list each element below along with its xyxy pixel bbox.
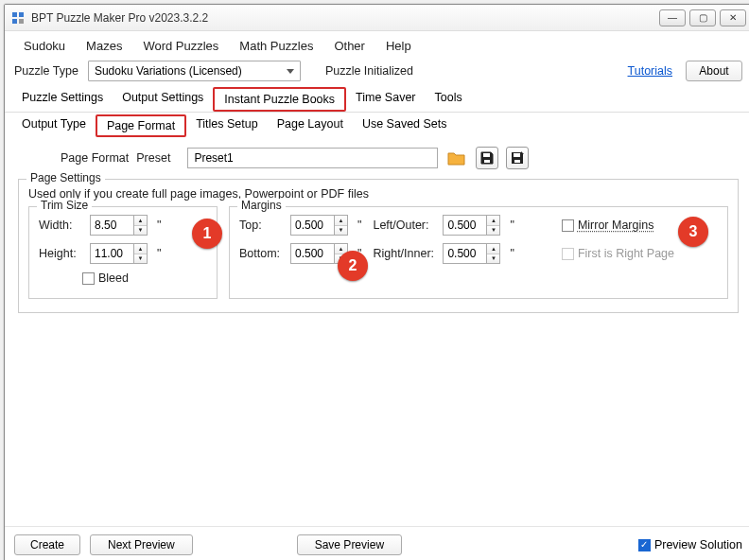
preset-label-2: Preset	[136, 151, 170, 165]
window-controls: — ▢ ✕	[659, 9, 746, 26]
window-title: BPT Puzzle Maker Pro v2023.3.2.2	[31, 11, 659, 25]
menu-sudoku[interactable]: Sudoku	[14, 37, 75, 55]
margins-group: Margins Top: ▲▼ " Left/Outer:	[229, 206, 728, 299]
menu-mazes[interactable]: Mazes	[77, 37, 131, 55]
about-button[interactable]: About	[686, 61, 742, 81]
svg-rect-5	[484, 160, 490, 163]
first-right-page-checkbox: First is Right Page	[562, 247, 674, 260]
tab-time-saver[interactable]: Time Saver	[346, 87, 425, 112]
height-spinner[interactable]: ▲▼	[90, 243, 148, 264]
width-up[interactable]: ▲	[134, 216, 147, 226]
footer-bar: Create Next Preview Save Preview Preview…	[5, 526, 749, 560]
mirror-margins-box	[562, 219, 574, 232]
puzzle-type-select[interactable]: Sudoku Variations (Licensed)	[88, 61, 301, 81]
bottom-input[interactable]	[290, 243, 334, 264]
left-spinner[interactable]: ▲▼	[443, 215, 500, 236]
first-right-page-label: First is Right Page	[578, 247, 674, 260]
content-area: Page Format Preset Page Settings Used on…	[5, 143, 749, 526]
margins-legend: Margins	[237, 199, 286, 212]
preset-label-1: Page Format	[61, 151, 129, 165]
puzzle-type-label: Puzzle Type	[14, 64, 78, 78]
page-settings-legend: Page Settings	[26, 171, 105, 184]
status-label: Puzzle Initialized	[325, 64, 413, 78]
tab-puzzle-settings[interactable]: Puzzle Settings	[12, 87, 113, 112]
width-unit: "	[157, 219, 161, 232]
tab-instant-puzzle-books[interactable]: Instant Puzzle Books	[213, 87, 346, 112]
bleed-label: Bleed	[98, 271, 129, 285]
tabs-row-2: Output Type Page Format Titles Setup Pag…	[5, 113, 749, 143]
annotation-badge-1: 1	[192, 219, 222, 249]
save-icon	[479, 150, 495, 166]
save-preview-button[interactable]: Save Preview	[297, 534, 402, 555]
preview-solution-label: Preview Solution	[654, 538, 742, 551]
svg-rect-7	[514, 160, 520, 163]
bleed-chkbox-box	[82, 272, 95, 285]
width-input[interactable]	[90, 215, 133, 236]
tutorials-link[interactable]: Tutorials	[624, 62, 676, 79]
menu-help[interactable]: Help	[376, 37, 421, 55]
subtab-titles-setup[interactable]: Titles Setup	[186, 114, 268, 137]
width-down[interactable]: ▼	[134, 226, 147, 236]
subtab-output-type[interactable]: Output Type	[12, 114, 96, 137]
page-settings-group: Page Settings Used only if you create fu…	[18, 179, 739, 313]
minimize-button[interactable]: —	[659, 9, 686, 26]
width-label: Width:	[39, 219, 82, 232]
annotation-badge-2: 2	[338, 251, 368, 281]
left-label: Left/Outer:	[373, 219, 435, 232]
top-input[interactable]	[290, 215, 334, 236]
subtab-use-saved-sets[interactable]: Use Saved Sets	[353, 114, 457, 137]
maximize-button[interactable]: ▢	[689, 9, 716, 26]
svg-rect-6	[514, 153, 520, 157]
menubar: Sudoku Mazes Word Puzzles Math Puzzles O…	[5, 31, 749, 59]
mirror-margins-checkbox[interactable]: Mirror Margins	[562, 219, 654, 232]
height-input[interactable]	[90, 243, 133, 264]
trim-size-legend: Trim Size	[37, 199, 92, 212]
create-button[interactable]: Create	[14, 534, 80, 555]
preset-input[interactable]	[187, 148, 438, 168]
save-as-preset-button[interactable]	[506, 147, 529, 169]
title-bar: BPT Puzzle Maker Pro v2023.3.2.2 — ▢ ✕	[5, 5, 749, 31]
trim-size-group: Trim Size Width: ▲▼ " Height:	[28, 206, 218, 299]
main-window: BPT Puzzle Maker Pro v2023.3.2.2 — ▢ ✕ S…	[4, 4, 749, 560]
subtab-page-format[interactable]: Page Format	[96, 114, 186, 137]
preset-row: Page Format Preset	[61, 147, 739, 169]
bottom-label: Bottom:	[239, 247, 283, 260]
top-spinner[interactable]: ▲▼	[290, 215, 348, 236]
mirror-margins-label: Mirror Margins	[578, 219, 654, 232]
right-input[interactable]	[443, 243, 486, 264]
height-down[interactable]: ▼	[134, 254, 147, 264]
svg-rect-1	[19, 12, 24, 17]
menu-word-puzzles[interactable]: Word Puzzles	[133, 37, 228, 55]
svg-rect-0	[12, 12, 17, 17]
svg-rect-3	[19, 19, 24, 24]
height-unit: "	[157, 247, 161, 260]
svg-rect-2	[12, 19, 17, 24]
annotation-badge-3: 3	[678, 217, 708, 247]
save-preset-button[interactable]	[476, 147, 498, 169]
preview-solution-checkbox[interactable]: Preview Solution	[638, 538, 742, 551]
next-preview-button[interactable]: Next Preview	[90, 534, 193, 555]
app-icon	[10, 10, 26, 26]
bleed-checkbox[interactable]: Bleed	[82, 271, 207, 285]
height-label: Height:	[39, 247, 82, 260]
tab-output-settings[interactable]: Output Settings	[113, 87, 213, 112]
page-settings-note: Used only if you create full page images…	[28, 187, 728, 201]
height-up[interactable]: ▲	[134, 244, 147, 254]
svg-rect-4	[483, 153, 490, 157]
tabs-row-1: Puzzle Settings Output Settings Instant …	[5, 87, 749, 113]
first-right-page-box	[562, 248, 574, 260]
subtab-page-layout[interactable]: Page Layout	[268, 114, 353, 137]
preview-solution-box	[638, 539, 651, 551]
left-input[interactable]	[443, 215, 486, 236]
folder-open-icon	[446, 149, 467, 167]
width-spinner[interactable]: ▲▼	[90, 215, 148, 236]
open-preset-button[interactable]	[445, 147, 468, 169]
tab-tools[interactable]: Tools	[426, 87, 472, 112]
top-label: Top:	[239, 219, 283, 232]
puzzle-type-row: Puzzle Type Sudoku Variations (Licensed)…	[5, 59, 749, 87]
menu-math-puzzles[interactable]: Math Puzzles	[230, 37, 322, 55]
right-label: Right/Inner:	[373, 247, 435, 260]
right-spinner[interactable]: ▲▼	[443, 243, 500, 264]
menu-other[interactable]: Other	[324, 37, 374, 55]
close-button[interactable]: ✕	[720, 9, 746, 26]
